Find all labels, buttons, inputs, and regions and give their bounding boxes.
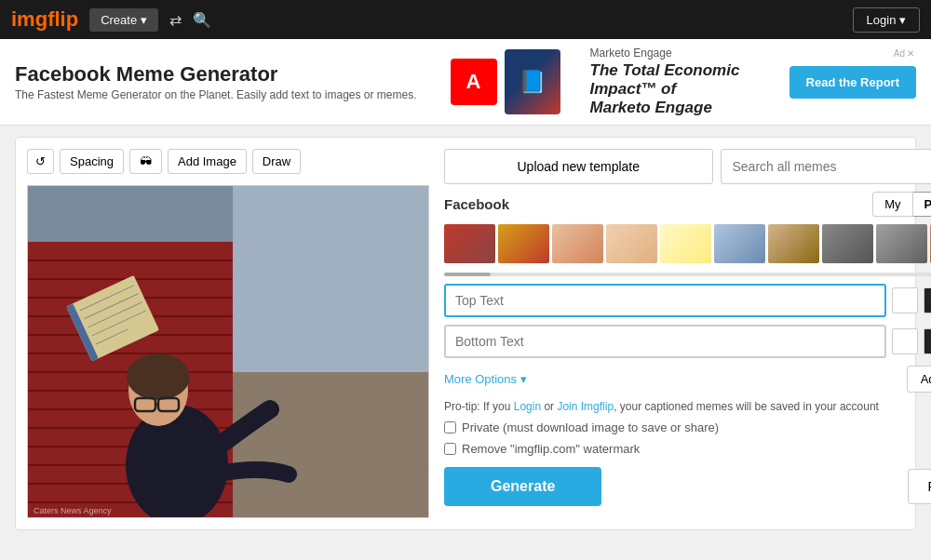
- create-button[interactable]: Create ▾: [89, 8, 158, 32]
- generate-row: Generate Reset: [444, 467, 931, 506]
- watermark-checkbox[interactable]: [444, 443, 456, 455]
- top-text-input[interactable]: [444, 284, 886, 317]
- meme-editor: ↺ Spacing 🕶 Add Image Draw: [15, 137, 916, 530]
- popular-tab[interactable]: Popular: [913, 192, 931, 217]
- join-link[interactable]: Join Imgflip: [557, 400, 614, 413]
- scroll-indicator: [444, 273, 931, 276]
- generate-button[interactable]: Generate: [444, 467, 601, 506]
- main-content: ↺ Spacing 🕶 Add Image Draw: [0, 126, 931, 541]
- top-text-color-white[interactable]: [892, 287, 918, 313]
- login-button[interactable]: Login ▾: [853, 7, 920, 33]
- svg-text:Caters News Agency: Caters News Agency: [34, 506, 112, 515]
- tab-group: My Popular: [872, 192, 931, 217]
- pro-tip: Pro-tip: If you Login or Join Imgflip, y…: [444, 400, 931, 413]
- top-text-color-black[interactable]: [924, 287, 931, 313]
- private-checkbox-row: Private (must download image to save or …: [444, 420, 931, 434]
- login-label: Login: [867, 13, 897, 27]
- more-options-chevron-icon: ▾: [520, 372, 527, 386]
- template-thumb-9[interactable]: [876, 224, 927, 263]
- login-link[interactable]: Login: [514, 400, 541, 413]
- template-thumb-6[interactable]: [714, 224, 765, 263]
- options-row: More Options ▾ Add Text: [444, 366, 931, 393]
- glasses-button[interactable]: 🕶: [129, 149, 162, 174]
- logo[interactable]: imgflip: [11, 7, 78, 32]
- private-checkbox[interactable]: [444, 421, 456, 433]
- upload-template-button[interactable]: Upload new template: [444, 149, 713, 184]
- ad-headline: The Total Economic Impact™ of Marketo En…: [590, 61, 775, 117]
- right-top-row: Upload new template: [444, 149, 931, 184]
- ad-text-area: Marketo Engage The Total Economic Impact…: [575, 47, 775, 117]
- navbar-left: imgflip Create ▾ ⇄ 🔍: [11, 7, 211, 32]
- template-header: Facebook My Popular: [444, 192, 931, 217]
- add-text-button[interactable]: Add Text: [907, 366, 931, 393]
- template-thumb-5[interactable]: [660, 224, 711, 263]
- meme-image-container: Caters News Agency: [27, 185, 429, 518]
- login-chevron-icon: ▾: [899, 13, 906, 27]
- spacing-label: Spacing: [70, 154, 114, 168]
- my-tab[interactable]: My: [872, 192, 912, 217]
- scroll-thumb: [444, 273, 491, 276]
- template-thumb-2[interactable]: [498, 224, 549, 263]
- ad-banner: Facebook Meme Generator The Fastest Meme…: [0, 39, 931, 126]
- navbar: imgflip Create ▾ ⇄ 🔍 Login ▾: [0, 0, 931, 39]
- template-thumb-3[interactable]: [552, 224, 603, 263]
- svg-rect-17: [233, 372, 429, 518]
- svg-rect-16: [233, 186, 429, 372]
- top-text-row: ⚙: [444, 284, 931, 317]
- meme-image: Caters News Agency: [28, 186, 429, 518]
- ad-wrapper: Ad ✕ A 📘 Marketo Engage The Total Econom…: [432, 47, 916, 117]
- right-panel: Upload new template Facebook My Popular: [444, 149, 931, 518]
- bottom-text-color-black[interactable]: [924, 328, 931, 354]
- reset-button[interactable]: Reset: [908, 469, 931, 504]
- create-label: Create: [101, 13, 137, 27]
- bottom-text-input[interactable]: [444, 325, 886, 358]
- adobe-logo: A: [451, 59, 497, 105]
- refresh-icon: ↺: [35, 154, 46, 168]
- glasses-icon: 🕶: [140, 154, 152, 168]
- ad-choice-indicator: Ad ✕: [894, 48, 914, 59]
- draw-label: Draw: [263, 154, 290, 168]
- chevron-down-icon: ▾: [141, 13, 147, 27]
- bottom-text-row: ⚙: [444, 325, 931, 358]
- ad-book-icon: 📘: [505, 49, 560, 114]
- template-thumb-4[interactable]: [606, 224, 657, 263]
- ad-left-text: Facebook Meme Generator The Fastest Meme…: [15, 62, 417, 101]
- page-title: Facebook Meme Generator: [15, 62, 417, 87]
- marketo-label: Marketo Engage: [590, 47, 775, 60]
- template-thumb-8[interactable]: [822, 224, 873, 263]
- more-options-button[interactable]: More Options ▾: [444, 372, 527, 386]
- template-thumb-1[interactable]: [444, 224, 495, 263]
- watermark-label: Remove "imgflip.com" watermark: [462, 442, 640, 456]
- read-report-button[interactable]: Read the Report: [789, 66, 916, 99]
- private-label: Private (must download image to save or …: [462, 420, 719, 434]
- thumbnails-row: [444, 224, 931, 263]
- page-subtitle: The Fastest Meme Generator on the Planet…: [15, 88, 417, 101]
- refresh-button[interactable]: ↺: [27, 149, 54, 174]
- add-image-button[interactable]: Add Image: [168, 149, 247, 174]
- ad-close-x[interactable]: ✕: [907, 48, 914, 59]
- toolbar: ↺ Spacing 🕶 Add Image Draw: [27, 149, 429, 174]
- navbar-right: Login ▾: [853, 7, 920, 33]
- bottom-text-color-white[interactable]: [892, 328, 918, 354]
- left-panel: ↺ Spacing 🕶 Add Image Draw: [27, 149, 429, 518]
- ad-graphic: A 📘: [451, 49, 560, 114]
- ad-choice-label: Ad: [894, 48, 905, 59]
- spacing-button[interactable]: Spacing: [60, 149, 124, 174]
- more-options-label: More Options: [444, 372, 517, 386]
- template-thumb-7[interactable]: [768, 224, 819, 263]
- logo-text: flip: [47, 7, 78, 31]
- shuffle-icon[interactable]: ⇄: [169, 11, 182, 29]
- add-image-label: Add Image: [178, 154, 236, 168]
- watermark-checkbox-row: Remove "imgflip.com" watermark: [444, 442, 931, 456]
- search-icon[interactable]: 🔍: [193, 11, 211, 29]
- template-title: Facebook: [444, 196, 509, 212]
- search-memes-input[interactable]: [721, 149, 932, 184]
- logo-img: img: [11, 7, 47, 31]
- svg-point-21: [127, 353, 190, 400]
- draw-button[interactable]: Draw: [252, 149, 301, 174]
